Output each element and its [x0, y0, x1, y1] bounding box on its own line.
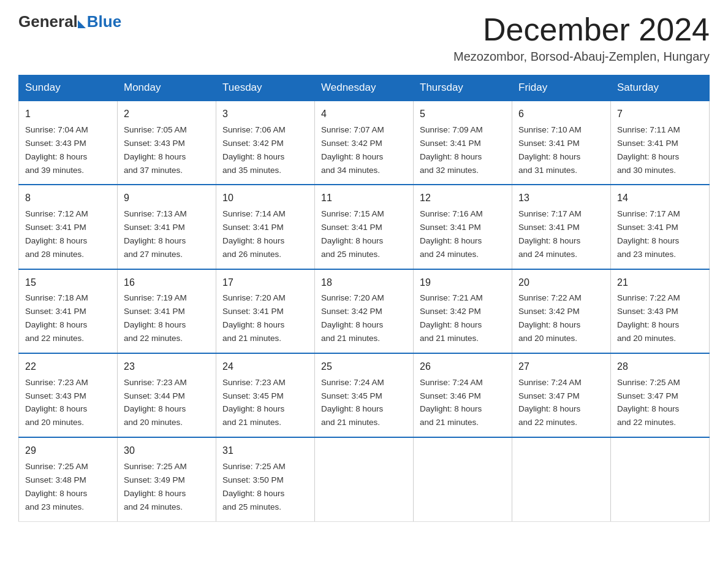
day-number: 12 [420, 190, 506, 206]
weekday-header: Sunday [19, 75, 118, 101]
day-number: 10 [222, 190, 308, 206]
day-number: 21 [617, 275, 703, 291]
day-number: 11 [321, 190, 407, 206]
day-info: Sunrise: 7:25 AMSunset: 3:49 PMDaylight:… [124, 462, 187, 511]
day-info: Sunrise: 7:17 AMSunset: 3:41 PMDaylight:… [518, 209, 582, 259]
calendar-cell: 17 Sunrise: 7:20 AMSunset: 3:41 PMDaylig… [216, 269, 315, 353]
day-number: 16 [124, 275, 210, 291]
calendar-cell: 9 Sunrise: 7:13 AMSunset: 3:41 PMDayligh… [118, 185, 216, 269]
day-info: Sunrise: 7:16 AMSunset: 3:41 PMDaylight:… [420, 209, 483, 259]
logo-text: General Blue [18, 12, 121, 31]
calendar-cell [611, 437, 710, 521]
calendar-cell: 24 Sunrise: 7:23 AMSunset: 3:45 PMDaylig… [216, 353, 315, 437]
logo-blue: Blue [87, 12, 121, 31]
day-info: Sunrise: 7:24 AMSunset: 3:45 PMDaylight:… [321, 378, 384, 427]
day-number: 22 [25, 359, 111, 375]
day-info: Sunrise: 7:23 AMSunset: 3:43 PMDaylight:… [25, 378, 88, 427]
calendar-cell: 31 Sunrise: 7:25 AMSunset: 3:50 PMDaylig… [216, 437, 315, 521]
weekday-header: Friday [512, 75, 611, 101]
calendar-cell: 15 Sunrise: 7:18 AMSunset: 3:41 PMDaylig… [19, 269, 118, 353]
weekday-header: Monday [118, 75, 216, 101]
calendar-cell: 29 Sunrise: 7:25 AMSunset: 3:48 PMDaylig… [19, 437, 118, 521]
calendar-cell: 22 Sunrise: 7:23 AMSunset: 3:43 PMDaylig… [19, 353, 118, 437]
day-number: 23 [124, 359, 210, 375]
calendar-cell: 12 Sunrise: 7:16 AMSunset: 3:41 PMDaylig… [414, 185, 512, 269]
calendar-week-row: 15 Sunrise: 7:18 AMSunset: 3:41 PMDaylig… [19, 269, 710, 353]
day-number: 3 [222, 106, 308, 122]
day-number: 17 [222, 275, 308, 291]
logo-blue-part: Blue [78, 12, 121, 31]
calendar-cell: 7 Sunrise: 7:11 AMSunset: 3:41 PMDayligh… [611, 101, 710, 185]
page-header: General Blue December 2024 Mezozombor, B… [18, 12, 710, 64]
day-number: 25 [321, 359, 407, 375]
day-number: 1 [25, 106, 111, 122]
calendar-week-row: 22 Sunrise: 7:23 AMSunset: 3:43 PMDaylig… [19, 353, 710, 437]
day-info: Sunrise: 7:21 AMSunset: 3:42 PMDaylight:… [420, 293, 483, 343]
calendar-cell: 11 Sunrise: 7:15 AMSunset: 3:41 PMDaylig… [315, 185, 414, 269]
day-info: Sunrise: 7:07 AMSunset: 3:42 PMDaylight:… [321, 125, 384, 175]
calendar-cell: 19 Sunrise: 7:21 AMSunset: 3:42 PMDaylig… [414, 269, 512, 353]
calendar-cell: 6 Sunrise: 7:10 AMSunset: 3:41 PMDayligh… [512, 101, 611, 185]
calendar-cell: 8 Sunrise: 7:12 AMSunset: 3:41 PMDayligh… [19, 185, 118, 269]
day-number: 30 [124, 443, 210, 459]
calendar-cell: 3 Sunrise: 7:06 AMSunset: 3:42 PMDayligh… [216, 101, 315, 185]
day-number: 20 [518, 275, 604, 291]
day-info: Sunrise: 7:20 AMSunset: 3:42 PMDaylight:… [321, 293, 384, 343]
day-info: Sunrise: 7:04 AMSunset: 3:43 PMDaylight:… [25, 125, 88, 175]
calendar-cell: 30 Sunrise: 7:25 AMSunset: 3:49 PMDaylig… [118, 437, 216, 521]
weekday-header: Tuesday [216, 75, 315, 101]
calendar-cell: 27 Sunrise: 7:24 AMSunset: 3:47 PMDaylig… [512, 353, 611, 437]
day-number: 19 [420, 275, 506, 291]
calendar-cell: 5 Sunrise: 7:09 AMSunset: 3:41 PMDayligh… [414, 101, 512, 185]
day-number: 7 [617, 106, 703, 122]
day-number: 15 [25, 275, 111, 291]
weekday-header: Saturday [611, 75, 710, 101]
day-info: Sunrise: 7:25 AMSunset: 3:48 PMDaylight:… [25, 462, 88, 511]
calendar-table: SundayMondayTuesdayWednesdayThursdayFrid… [18, 75, 710, 521]
calendar-cell: 20 Sunrise: 7:22 AMSunset: 3:42 PMDaylig… [512, 269, 611, 353]
day-number: 29 [25, 443, 111, 459]
calendar-cell [512, 437, 611, 521]
day-info: Sunrise: 7:17 AMSunset: 3:41 PMDaylight:… [617, 209, 680, 259]
calendar-week-row: 8 Sunrise: 7:12 AMSunset: 3:41 PMDayligh… [19, 185, 710, 269]
calendar-week-row: 29 Sunrise: 7:25 AMSunset: 3:48 PMDaylig… [19, 437, 710, 521]
weekday-header: Thursday [414, 75, 512, 101]
day-number: 14 [617, 190, 703, 206]
day-number: 24 [222, 359, 308, 375]
day-number: 18 [321, 275, 407, 291]
calendar-cell: 26 Sunrise: 7:24 AMSunset: 3:46 PMDaylig… [414, 353, 512, 437]
calendar-cell: 10 Sunrise: 7:14 AMSunset: 3:41 PMDaylig… [216, 185, 315, 269]
calendar-cell: 2 Sunrise: 7:05 AMSunset: 3:43 PMDayligh… [118, 101, 216, 185]
calendar-cell: 14 Sunrise: 7:17 AMSunset: 3:41 PMDaylig… [611, 185, 710, 269]
day-info: Sunrise: 7:25 AMSunset: 3:50 PMDaylight:… [222, 462, 286, 511]
day-info: Sunrise: 7:14 AMSunset: 3:41 PMDaylight:… [222, 209, 286, 259]
weekday-header: Wednesday [315, 75, 414, 101]
month-title: December 2024 [453, 12, 710, 47]
day-info: Sunrise: 7:24 AMSunset: 3:46 PMDaylight:… [420, 378, 483, 427]
day-number: 4 [321, 106, 407, 122]
day-info: Sunrise: 7:13 AMSunset: 3:41 PMDaylight:… [124, 209, 187, 259]
calendar-cell: 13 Sunrise: 7:17 AMSunset: 3:41 PMDaylig… [512, 185, 611, 269]
day-number: 26 [420, 359, 506, 375]
title-block: December 2024 Mezozombor, Borsod-Abauj-Z… [453, 12, 710, 64]
day-number: 27 [518, 359, 604, 375]
day-number: 6 [518, 106, 604, 122]
day-info: Sunrise: 7:23 AMSunset: 3:44 PMDaylight:… [124, 378, 187, 427]
day-number: 28 [617, 359, 703, 375]
calendar-cell: 18 Sunrise: 7:20 AMSunset: 3:42 PMDaylig… [315, 269, 414, 353]
day-number: 13 [518, 190, 604, 206]
day-info: Sunrise: 7:09 AMSunset: 3:41 PMDaylight:… [420, 125, 483, 175]
weekday-header-row: SundayMondayTuesdayWednesdayThursdayFrid… [19, 75, 710, 101]
calendar-cell: 25 Sunrise: 7:24 AMSunset: 3:45 PMDaylig… [315, 353, 414, 437]
day-number: 9 [124, 190, 210, 206]
logo-general: General [18, 12, 78, 31]
day-info: Sunrise: 7:06 AMSunset: 3:42 PMDaylight:… [222, 125, 286, 175]
calendar-cell: 1 Sunrise: 7:04 AMSunset: 3:43 PMDayligh… [19, 101, 118, 185]
day-number: 31 [222, 443, 308, 459]
location-title: Mezozombor, Borsod-Abauj-Zemplen, Hungar… [453, 50, 710, 64]
calendar-cell: 23 Sunrise: 7:23 AMSunset: 3:44 PMDaylig… [118, 353, 216, 437]
calendar-cell: 28 Sunrise: 7:25 AMSunset: 3:47 PMDaylig… [611, 353, 710, 437]
calendar-cell [414, 437, 512, 521]
day-number: 5 [420, 106, 506, 122]
day-info: Sunrise: 7:25 AMSunset: 3:47 PMDaylight:… [617, 378, 680, 427]
